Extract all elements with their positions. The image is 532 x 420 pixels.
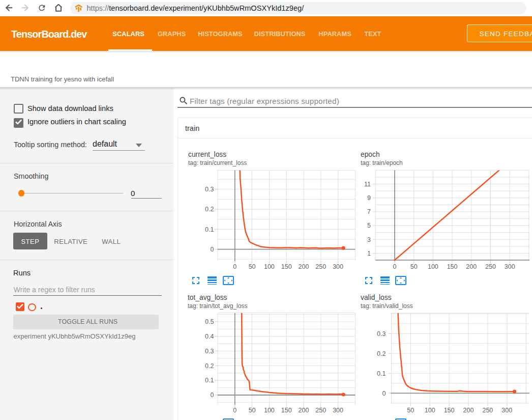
svg-text:100: 100: [425, 407, 435, 414]
svg-text:50: 50: [407, 407, 414, 414]
svg-text:250: 250: [482, 407, 493, 414]
svg-text:0.1: 0.1: [377, 370, 386, 377]
svg-text:300: 300: [501, 407, 512, 414]
svg-text:150: 150: [444, 407, 455, 414]
svg-text:200: 200: [463, 407, 474, 414]
svg-text:0.2: 0.2: [377, 350, 386, 357]
svg-text:0: 0: [382, 390, 386, 397]
svg-text:0.3: 0.3: [377, 330, 386, 338]
